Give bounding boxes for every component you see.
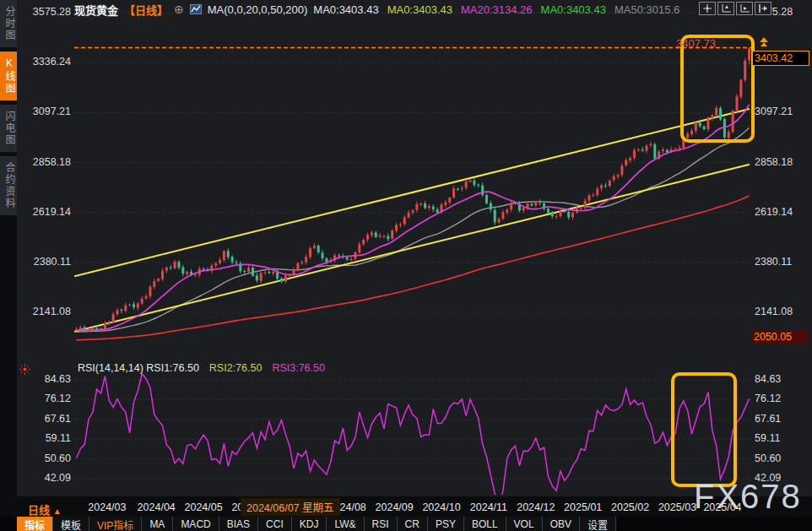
rsi-chart[interactable] — [74, 367, 751, 495]
price-tick-left-1: 3336.24 — [20, 56, 71, 68]
toolbar-tab-LW&[interactable]: LW& — [327, 517, 364, 531]
rsi-tick-left-0: 84.63 — [20, 373, 71, 385]
toolbar-tab-CCI[interactable]: CCI — [258, 517, 292, 531]
highlight-box-price — [680, 35, 755, 143]
rsi-tick-left-5: 42.09 — [20, 472, 71, 484]
toolbar-tab-MACD[interactable]: MACD — [173, 517, 219, 531]
date-label-2025/02: 2025/02 — [611, 501, 649, 513]
ma-legend: MA0:3403.43MA0:3403.43MA20:3134.26MA0:34… — [313, 3, 679, 16]
sidebar-tab-1[interactable]: K线图 — [0, 51, 17, 100]
rsi-header: RSI(14,14,14) RSI1:76.50 RSI2:76.50 RSI3… — [78, 362, 325, 374]
toolbar-tab-RSI[interactable]: RSI — [365, 517, 398, 531]
rsi-tick-left-3: 59.11 — [20, 432, 71, 444]
ma20-line — [76, 105, 749, 330]
rsi-tick-left-2: 67.61 — [20, 413, 71, 425]
highlight-box-rsi — [671, 372, 737, 487]
chevron-up-icon: ▲ — [53, 507, 62, 516]
date-label-2024/03: 2024/03 — [88, 501, 126, 513]
toolbar-tab-KDJ[interactable]: KDJ — [292, 517, 328, 531]
rsi-tick-right-0: 84.63 — [755, 373, 809, 385]
last-price-tag: 3403.42 — [752, 51, 809, 66]
indicator-chart-icon[interactable] — [190, 4, 202, 14]
price-tick-left-4: 2619.14 — [20, 206, 71, 218]
rsi-tick-right-1: 76.12 — [755, 393, 809, 404]
instrument-title: 现货黄金 — [74, 2, 118, 18]
date-label-2025/01: 2025/01 — [564, 501, 602, 513]
toolbar-tab-指标[interactable]: 指标 — [17, 517, 53, 531]
date-label-2024/09: 2024/09 — [376, 501, 414, 513]
sidebar-tab-2[interactable]: 闪电图 — [0, 105, 17, 152]
price-tick-right-5: 2380.11 — [755, 256, 809, 268]
rsi-gridlines — [74, 380, 751, 479]
date-label-2024/12: 2024/12 — [517, 501, 555, 513]
rsi-tick-right-3: 59.11 — [755, 432, 809, 444]
rsi-tick-left-4: 50.60 — [20, 452, 71, 464]
rsi-tick-right-4: 50.60 — [755, 452, 809, 464]
toolbar-tab-模板[interactable]: 模板 — [53, 517, 89, 531]
shift-right-icon[interactable] — [755, 2, 771, 15]
price-tick-left-5: 2380.11 — [20, 256, 71, 268]
trading-app: 分时图K线图闪电图合约资料 现货黄金 【日线】 ⊕ MA(0,0,20,0,50… — [0, 0, 812, 531]
channel-line-0 — [74, 109, 750, 276]
rsi3-value: RSI3:76.50 — [272, 362, 325, 374]
price-tick-left-0: 3575.28 — [20, 6, 71, 18]
rsi-tick-left-1: 76.12 — [20, 393, 71, 404]
watermark: FX678 — [694, 478, 802, 516]
chart-type-sidebar: 分时图K线图闪电图合约资料 — [0, 0, 17, 531]
crosshair-icon[interactable] — [699, 2, 716, 15]
price-tick-left-6: 2141.08 — [20, 306, 71, 317]
rsi2-value: RSI2:76.50 — [209, 362, 263, 374]
ma-legend-item-3: MA0:3403.43 — [541, 3, 606, 16]
toolbar-tab-CR[interactable]: CR — [398, 517, 428, 531]
toolbar-tab-VOL[interactable]: VOL — [506, 517, 543, 531]
timeframe-selector[interactable]: 日线 ▲ — [28, 501, 62, 517]
sidebar-tab-3[interactable]: 合约资料 — [0, 156, 17, 215]
ma-legend-item-1: MA0:3403.43 — [387, 3, 452, 16]
price-tick-left-2: 3097.21 — [20, 106, 71, 117]
add-circle-icon[interactable]: ⊕ — [174, 3, 184, 16]
toolbar-tab-VIP指标[interactable]: VIP指标 — [89, 517, 142, 531]
indicator-settings-icon[interactable] — [19, 364, 30, 375]
date-tooltip: 2024/06/07 星期五 — [241, 498, 340, 516]
toolbar-tab-MA[interactable]: MA — [142, 517, 173, 531]
price-tick-right-2: 3097.21 — [755, 106, 809, 117]
toolbar-tab-PSY[interactable]: PSY — [428, 517, 464, 531]
toolbar-filler — [616, 517, 812, 531]
toolbar-tab-设置[interactable]: 设置 — [580, 517, 616, 531]
period-tag: 【日线】 — [124, 2, 168, 18]
toolbar-tab-BOLL[interactable]: BOLL — [464, 517, 506, 531]
toolbar-tab-OBV[interactable]: OBV — [543, 517, 580, 531]
chart-controls — [699, 2, 771, 15]
channel-line-1 — [74, 165, 750, 332]
price-tick-right-3: 2858.18 — [755, 156, 809, 168]
timeframe-label: 日线 — [28, 504, 50, 517]
high-price-label: 3407.73 — [676, 37, 716, 50]
ma-params: MA(0,0,20,0,50,200) — [208, 3, 308, 16]
period-low-tag: 2050.05 — [752, 330, 808, 344]
price-tick-right-6: 2141.08 — [755, 306, 809, 317]
date-label-2024/10: 2024/10 — [422, 501, 460, 513]
toolbar-tab-BIAS[interactable]: BIAS — [219, 517, 258, 531]
axis-right-icon[interactable] — [736, 2, 753, 15]
chart-header: 现货黄金 【日线】 ⊕ MA(0,0,20,0,50,200) MA0:3403… — [74, 2, 679, 17]
axis-up-icon[interactable] — [717, 2, 734, 15]
price-up-arrow-icon — [758, 37, 770, 49]
ma-legend-item-2: MA20:3134.26 — [461, 3, 533, 16]
indicator-toolbar: 指标模板VIP指标MAMACDBIASCCIKDJLW&RSICRPSYBOLL… — [0, 517, 812, 531]
date-axis: 2024/032024/042024/052024/062024/072024/… — [17, 496, 812, 517]
date-label-2024/05: 2024/05 — [185, 501, 223, 513]
ma200-line — [76, 196, 749, 340]
rsi-line — [76, 374, 749, 495]
ma-legend-item-0: MA0:3403.43 — [313, 3, 378, 16]
rsi-tick-right-2: 67.61 — [755, 413, 809, 425]
rsi1-value: RSI(14,14,14) RSI1:76.50 — [78, 362, 199, 374]
date-label-2025/03: 2025/03 — [658, 501, 696, 513]
price-tick-left-3: 2858.18 — [20, 156, 71, 168]
ma-lines-under — [76, 127, 749, 340]
sidebar-tab-0[interactable]: 分时图 — [0, 0, 17, 47]
date-label-2024/11: 2024/11 — [470, 501, 507, 513]
price-tick-right-4: 2619.14 — [755, 206, 809, 218]
candlestick-chart[interactable] — [74, 8, 751, 363]
trend-channel — [74, 109, 750, 332]
date-label-2024/04: 2024/04 — [138, 501, 176, 513]
